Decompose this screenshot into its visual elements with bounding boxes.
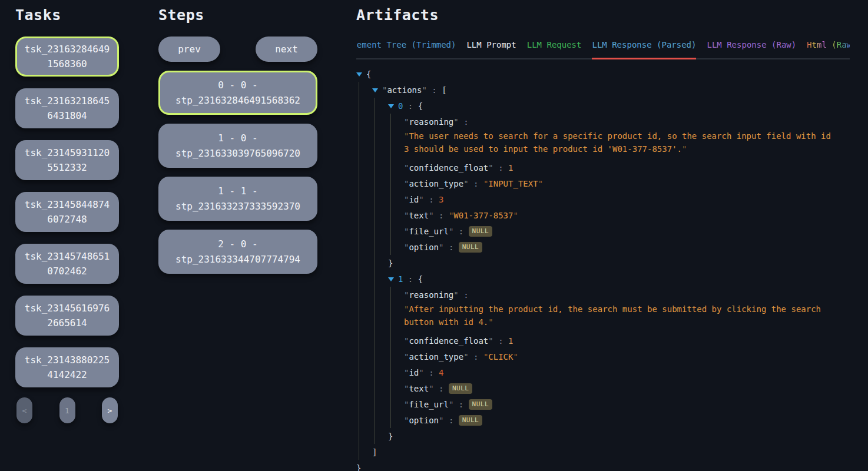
collapse-arrow-icon[interactable] <box>388 277 394 281</box>
collapse-arrow-icon[interactable] <box>372 88 378 92</box>
next-button[interactable]: next <box>256 37 317 62</box>
json-row: "id" : 4 <box>404 364 856 380</box>
step-item[interactable]: 2 - 0 - stp_231633344707774794 <box>158 230 317 274</box>
tasks-pagination: < 1 > <box>15 397 119 423</box>
step-item[interactable]: 0 - 0 - stp_231632846491568362 <box>158 71 317 115</box>
tab-llm-response-raw[interactable]: LLM Response (Raw) <box>707 40 796 59</box>
tab-bar: Element Tree (Trimmed)LLM PromptLLM Requ… <box>356 40 850 59</box>
step-item[interactable]: 1 - 0 - stp_231633039765096720 <box>158 124 317 168</box>
collapse-arrow-icon[interactable] <box>356 72 362 77</box>
json-row: "file_url" : NULL <box>404 223 856 239</box>
step-list: 0 - 0 - stp_2316328464915683621 - 0 - st… <box>158 71 317 274</box>
json-row: } <box>356 460 856 471</box>
tab-llm-prompt[interactable]: LLM Prompt <box>466 40 516 59</box>
steps-title: Steps <box>158 6 317 25</box>
json-row: "reasoning" : <box>404 114 856 130</box>
tab-llm-request[interactable]: LLM Request <box>527 40 582 59</box>
pagination-next-button[interactable]: > <box>102 397 118 423</box>
json-row: "text" : NULL <box>404 380 856 396</box>
json-row: 0 : { <box>388 98 856 114</box>
json-row: "confidence_float" : 1 <box>404 160 856 175</box>
tab-html-raw[interactable]: Html (Raw) <box>807 40 850 59</box>
json-row: "text" : "W01-377-8537" <box>404 207 856 223</box>
tasks-panel: Tasks tsk_231632846491568360tsk_23163218… <box>15 6 119 423</box>
artifacts-title: Artifacts <box>356 6 856 25</box>
task-list: tsk_231632846491568360tsk_23163218645643… <box>15 37 119 387</box>
prev-button[interactable]: prev <box>158 37 220 62</box>
json-row: "reasoning" : <box>404 287 856 303</box>
pagination-prev-button[interactable]: < <box>16 397 32 423</box>
collapse-arrow-icon[interactable] <box>388 104 394 108</box>
task-item[interactable]: tsk_231632186456431804 <box>15 88 119 128</box>
artifacts-panel: Artifacts Element Tree (Trimmed)LLM Prom… <box>356 6 856 37</box>
step-controls: prev next <box>158 37 317 62</box>
null-badge: NULL <box>469 226 493 237</box>
task-item[interactable]: tsk_231458448746072748 <box>15 192 119 232</box>
task-item[interactable]: tsk_231456169762665614 <box>15 296 119 336</box>
task-item[interactable]: tsk_231438802254142422 <box>15 347 119 387</box>
tasks-title: Tasks <box>15 6 119 25</box>
pagination-page-button[interactable]: 1 <box>59 397 75 423</box>
json-row: "option" : NULL <box>404 239 856 255</box>
json-row: "confidence_float" : 1 <box>404 333 856 349</box>
json-row: 1 : { <box>388 271 856 287</box>
task-item[interactable]: tsk_231459311205512332 <box>15 140 119 180</box>
json-row: "option" : NULL <box>404 412 856 428</box>
tab-element-tree-trimmed[interactable]: Element Tree (Trimmed) <box>356 40 456 59</box>
steps-panel: Steps prev next 0 - 0 - stp_231632846491… <box>158 6 317 274</box>
step-item[interactable]: 1 - 1 - stp_231633237333592370 <box>158 177 317 221</box>
json-row: ] <box>372 444 856 460</box>
null-badge: NULL <box>469 399 493 410</box>
json-row: } <box>388 428 856 444</box>
tab-llm-response-parsed[interactable]: LLM Response (Parsed) <box>592 40 696 59</box>
json-row: "file_url" : NULL <box>404 396 856 412</box>
json-row: } <box>388 255 856 271</box>
null-badge: NULL <box>449 383 473 394</box>
null-badge: NULL <box>459 415 483 426</box>
json-row: "action_type" : "INPUT_TEXT" <box>404 175 856 191</box>
json-viewer: {"actions" : [0 : {"reasoning" : "The us… <box>356 66 856 471</box>
json-row: "action_type" : "CLICK" <box>404 349 856 364</box>
json-row: { <box>356 66 856 82</box>
null-badge: NULL <box>459 242 483 253</box>
json-row: "actions" : [ <box>372 82 856 98</box>
task-item[interactable]: tsk_231457486510702462 <box>15 244 119 284</box>
task-item[interactable]: tsk_231632846491568360 <box>15 37 119 77</box>
json-row: "id" : 3 <box>404 191 856 207</box>
